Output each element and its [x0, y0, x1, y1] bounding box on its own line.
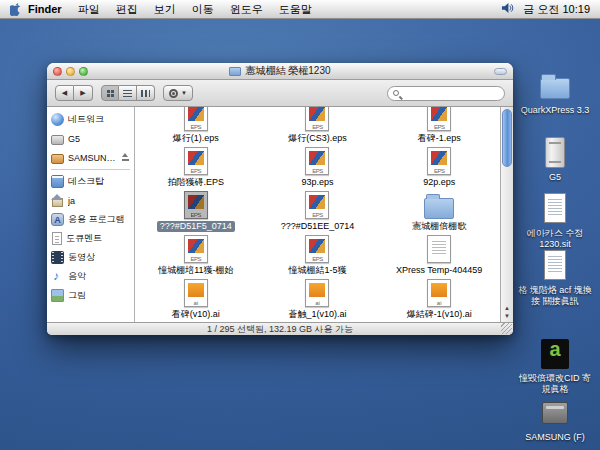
network-icon: [51, 113, 64, 126]
menu-bar: Finder파일편집보기이동윈도우도움말 금 오전 10:19: [0, 0, 600, 19]
finder-window: 憲城棚結 榮權1230 ◀ ▶ ▼ 네트워크G5SAMSUNG (F)데스크탑j…: [47, 63, 513, 335]
ai-file-icon: [427, 279, 451, 307]
file-label: 爆行(CS3).eps: [285, 133, 350, 144]
file-label: XPress Temp-404459: [393, 265, 485, 276]
sidebar-item-extdrive[interactable]: SAMSUNG (F): [47, 148, 134, 167]
file-item[interactable]: 蒼触_1(v10).ai: [257, 277, 379, 321]
home-icon: [51, 194, 64, 207]
close-button[interactable]: [53, 67, 62, 76]
eps-file-icon: [427, 147, 451, 175]
file-item[interactable]: 爆行(1).eps: [135, 107, 257, 145]
file-item[interactable]: XPress Temp-404459: [378, 233, 500, 277]
desktop-icon-2[interactable]: 에아카스 수정1230.sit: [516, 192, 594, 250]
scrollbar-arrows[interactable]: ▲▼: [501, 304, 513, 320]
sidebar-item-label: G5: [68, 134, 130, 144]
file-item[interactable]: 爆結碑-1(v10).ai: [378, 277, 500, 321]
menu-item-finder[interactable]: Finder: [28, 3, 62, 15]
desktop-icon-3[interactable]: 格 塊階烙 acf 塊換接 關接眞訊: [516, 249, 594, 307]
resize-grip[interactable]: [501, 323, 512, 334]
sidebar-item-pics[interactable]: 그림: [47, 286, 134, 305]
file-item[interactable]: 看碑(v10).ai: [135, 277, 257, 321]
sidebar-item-docs[interactable]: 도큐멘트: [47, 229, 134, 248]
desktop-icon-label: 憧毀倍環改CID 寄規眞格: [516, 373, 594, 395]
zoom-button[interactable]: [79, 67, 88, 76]
menu-clock[interactable]: 금 오전 10:19: [523, 2, 590, 17]
sidebar: 네트워크G5SAMSUNG (F)데스크탑ja응용 프로그램도큐멘트동영상음악그…: [47, 107, 135, 322]
docs-icon: [52, 232, 62, 245]
sidebar-item-network[interactable]: 네트워크: [47, 110, 134, 129]
volume-icon[interactable]: [501, 2, 514, 16]
sidebar-item-movies[interactable]: 동영상: [47, 248, 134, 267]
file-label: 爆結碑-1(v10).ai: [404, 309, 475, 320]
folder-file-icon: [424, 198, 454, 219]
menu-item-1[interactable]: 파일: [78, 2, 100, 17]
sidebar-item-label: SAMSUNG (F): [68, 153, 117, 163]
desktop-icon-1[interactable]: G5: [516, 136, 594, 183]
desktop-icon-0[interactable]: QuarkXPress 3.3: [516, 69, 594, 116]
asia-icon: [538, 337, 572, 371]
sidebar-item-label: 동영상: [68, 251, 130, 264]
apps-icon: [51, 213, 64, 226]
file-item[interactable]: 92p.eps: [378, 145, 500, 189]
minimize-button[interactable]: [66, 67, 75, 76]
file-item[interactable]: ???#D51F5_0714: [135, 189, 257, 233]
file-item[interactable]: ???#D51EE_0714: [257, 189, 379, 233]
ai-file-icon: [184, 279, 208, 307]
file-item[interactable]: 看碑-1.eps: [378, 107, 500, 145]
ai-file-icon: [305, 279, 329, 307]
sidebar-item-desktop[interactable]: 데스크탑: [47, 172, 134, 191]
icon-view-button[interactable]: [101, 85, 119, 101]
file-label: 憧城棚培11獲-棚始: [155, 265, 236, 276]
eps-file-icon: [305, 191, 329, 219]
sidebar-item-apps[interactable]: 응용 프로그램: [47, 210, 134, 229]
eps-file-icon: [305, 235, 329, 263]
plain-file-icon: [427, 235, 451, 263]
window-titlebar[interactable]: 憲城棚結 榮權1230: [47, 63, 513, 80]
file-item[interactable]: 憧城棚結1-5獲: [257, 233, 379, 277]
search-input[interactable]: [403, 88, 499, 98]
desktop-icon-5[interactable]: SAMSUNG (F): [516, 396, 594, 443]
scrollbar-thumb[interactable]: [502, 109, 512, 167]
vertical-scrollbar[interactable]: ▲▼: [500, 107, 513, 322]
column-view-button[interactable]: [137, 85, 155, 101]
extdrive-icon: [51, 154, 64, 164]
desktop-icon-4[interactable]: 憧毀倍環改CID 寄規眞格: [516, 337, 594, 395]
apple-menu[interactable]: [10, 2, 22, 16]
sidebar-item-label: ja: [68, 196, 130, 206]
list-view-button[interactable]: [119, 85, 137, 101]
sidebar-item-label: 데스크탑: [68, 175, 130, 188]
sidebar-item-label: 그림: [68, 289, 130, 302]
window-title: 憲城棚結 榮權1230: [245, 64, 330, 78]
sidebar-item-music[interactable]: 음악: [47, 267, 134, 286]
file-label: 憲城棚倍棚歌: [409, 221, 469, 232]
desktop-icon-label: SAMSUNG (F): [516, 432, 594, 443]
search-field[interactable]: [387, 86, 505, 101]
file-item[interactable]: 93p.eps: [257, 145, 379, 189]
file-label: 拍階獲碍.EPS: [165, 177, 228, 188]
file-item[interactable]: 憧城棚培11獲-棚始: [135, 233, 257, 277]
desktop-icon: [51, 175, 64, 188]
extdrive-icon: [538, 396, 572, 430]
pics-icon: [51, 289, 64, 302]
desktop-icon-label: QuarkXPress 3.3: [516, 105, 594, 116]
menu-item-4[interactable]: 이동: [192, 2, 214, 17]
status-bar: 1 / 295 선택됨, 132.19 GB 사용 가능: [47, 322, 513, 335]
sidebar-item-hdd[interactable]: G5: [47, 129, 134, 148]
file-item[interactable]: 爆行(CS3).eps: [257, 107, 379, 145]
file-area: 爆行(1).eps爆行(CS3).eps看碑-1.eps拍階獲碍.EPS93p.…: [135, 107, 500, 322]
toolbar-toggle-button[interactable]: [494, 68, 507, 75]
eject-icon[interactable]: [121, 153, 130, 162]
action-button[interactable]: ▼: [163, 85, 193, 101]
sidebar-item-home[interactable]: ja: [47, 191, 134, 210]
back-button[interactable]: ◀: [55, 85, 74, 101]
menu-item-3[interactable]: 보기: [154, 2, 176, 17]
menu-item-2[interactable]: 편집: [116, 2, 138, 17]
folder-blue-icon: [538, 69, 572, 103]
movies-icon: [51, 251, 64, 264]
file-item[interactable]: 拍階獲碍.EPS: [135, 145, 257, 189]
file-item[interactable]: 憲城棚倍棚歌: [378, 189, 500, 233]
view-switcher: [101, 85, 155, 101]
menu-item-6[interactable]: 도움말: [279, 2, 312, 17]
forward-button[interactable]: ▶: [74, 85, 93, 101]
menu-item-5[interactable]: 윈도우: [230, 2, 263, 17]
